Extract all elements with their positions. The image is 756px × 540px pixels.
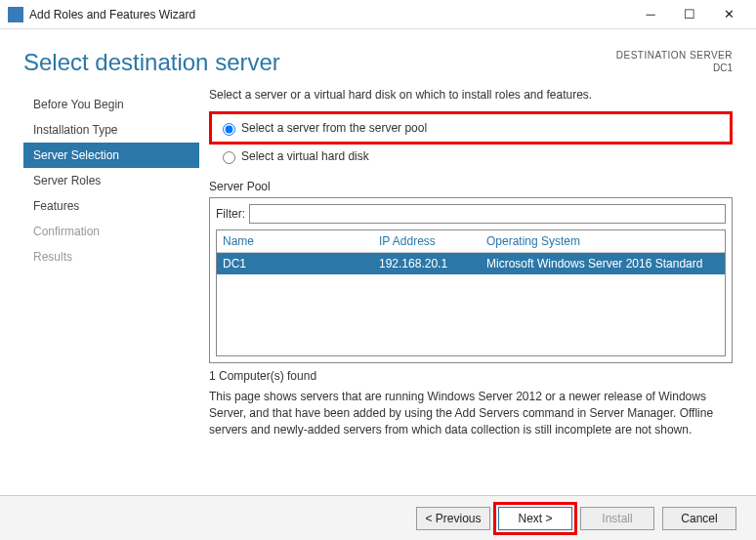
sidebar-item-results: Results	[23, 244, 199, 270]
sidebar-item-features[interactable]: Features	[23, 193, 199, 219]
col-header-os[interactable]: Operating System	[486, 234, 719, 248]
cell-name: DC1	[223, 257, 379, 270]
titlebar: Add Roles and Features Wizard ─ ☐ ✕	[0, 0, 756, 29]
filter-label: Filter:	[216, 207, 245, 221]
server-grid: Name IP Address Operating System DC1 192…	[216, 229, 726, 356]
server-pool-label: Server Pool	[209, 180, 733, 193]
table-row[interactable]: DC1 192.168.20.1 Microsoft Windows Serve…	[217, 253, 725, 274]
radio-vhd[interactable]: Select a virtual hard disk	[209, 146, 733, 166]
sidebar-item-server-roles[interactable]: Server Roles	[23, 168, 199, 193]
sidebar-item-before-you-begin[interactable]: Before You Begin	[23, 92, 199, 117]
radio-vhd-label: Select a virtual hard disk	[241, 149, 369, 163]
install-button: Install	[580, 507, 654, 530]
wizard-sidebar: Before You Begin Installation Type Serve…	[23, 88, 199, 495]
next-button[interactable]: Next >	[498, 507, 572, 530]
radio-highlight-box: Select a server from the server pool	[209, 111, 733, 145]
instruction-text: Select a server or a virtual hard disk o…	[209, 88, 733, 102]
window-title: Add Roles and Features Wizard	[29, 8, 631, 21]
computers-found-text: 1 Computer(s) found	[209, 369, 733, 383]
radio-server-pool-label: Select a server from the server pool	[241, 121, 427, 135]
col-header-name[interactable]: Name	[223, 234, 379, 248]
radio-server-pool[interactable]: Select a server from the server pool	[218, 118, 724, 138]
window-controls: ─ ☐ ✕	[631, 1, 748, 28]
cell-ip: 192.168.20.1	[379, 257, 486, 270]
cell-os: Microsoft Windows Server 2016 Standard	[486, 257, 719, 270]
minimize-button[interactable]: ─	[631, 1, 670, 28]
app-icon	[8, 7, 23, 22]
main-panel: Select a server or a virtual hard disk o…	[199, 88, 733, 495]
destination-label: DESTINATION SERVER	[616, 49, 733, 62]
sidebar-item-confirmation: Confirmation	[23, 219, 199, 244]
filter-input[interactable]	[249, 204, 726, 224]
page-title: Select destination server	[23, 49, 280, 76]
grid-header: Name IP Address Operating System	[217, 230, 725, 253]
wizard-footer: < Previous Next > Install Cancel	[0, 495, 756, 540]
radio-server-pool-input[interactable]	[223, 123, 235, 136]
server-pool-box: Filter: Name IP Address Operating System…	[209, 197, 733, 363]
close-button[interactable]: ✕	[709, 1, 748, 28]
sidebar-item-server-selection[interactable]: Server Selection	[23, 143, 199, 168]
sidebar-item-installation-type[interactable]: Installation Type	[23, 117, 199, 143]
destination-server-info: DESTINATION SERVER DC1	[616, 49, 733, 76]
description-text: This page shows servers that are running…	[209, 389, 733, 437]
cancel-button[interactable]: Cancel	[662, 507, 736, 530]
previous-button[interactable]: < Previous	[416, 507, 490, 530]
radio-vhd-input[interactable]	[223, 151, 235, 164]
col-header-ip[interactable]: IP Address	[379, 234, 486, 248]
maximize-button[interactable]: ☐	[670, 1, 709, 28]
destination-value: DC1	[616, 62, 733, 74]
